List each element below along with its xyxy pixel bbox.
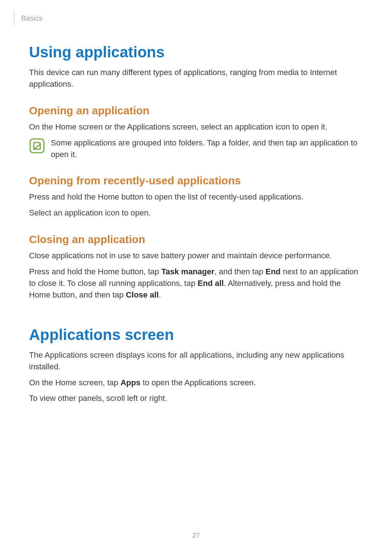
section2-p2-text-2: to open the Applications screen.: [140, 378, 256, 387]
section2-p2-bold-apps: Apps: [121, 378, 140, 387]
subsection-title-opening-from-recent: Opening from recently-used applications: [29, 175, 363, 187]
header-divider: [14, 11, 15, 25]
note-icon: [29, 138, 45, 156]
chapter-label: Basics: [21, 14, 42, 22]
section-title-applications-screen: Applications screen: [29, 326, 363, 344]
sub3-p2-bold-close-all: Close all: [126, 290, 159, 299]
section2-paragraph-3: To view other panels, scroll left or rig…: [29, 393, 363, 404]
sub3-paragraph-1: Close applications not in use to save ba…: [29, 250, 363, 262]
sub3-p2-bold-end-all: End all: [197, 279, 224, 288]
section2-paragraph-1: The Applications screen displays icons f…: [29, 349, 363, 373]
sub1-paragraph-1: On the Home screen or the Applications s…: [29, 121, 363, 133]
sub2-paragraph-2: Select an application icon to open.: [29, 207, 363, 219]
sub3-p2-text-2: , and then tap: [215, 267, 266, 276]
sub3-p2-bold-task-manager: Task manager: [161, 267, 214, 276]
section2-paragraph-2: On the Home screen, tap Apps to open the…: [29, 377, 363, 389]
svg-rect-0: [30, 139, 44, 153]
document-page: Basics Using applications This device ca…: [0, 0, 392, 554]
section-title-using-applications: Using applications: [29, 44, 363, 61]
section2-p2-text-1: On the Home screen, tap: [29, 378, 121, 387]
subsection-title-closing-an-application: Closing an application: [29, 233, 363, 246]
note-text: Some applications are grouped into folde…: [51, 137, 363, 160]
sub3-p2-text-1: Press and hold the Home button, tap: [29, 267, 161, 276]
sub2-paragraph-1: Press and hold the Home button to open t…: [29, 191, 363, 203]
sub3-p2-text-5: .: [159, 290, 161, 299]
sub3-paragraph-2: Press and hold the Home button, tap Task…: [29, 266, 363, 301]
note-block: Some applications are grouped into folde…: [29, 137, 363, 160]
page-header: Basics: [14, 11, 363, 25]
page-number: 27: [0, 532, 392, 539]
section1-intro-paragraph: This device can run many different types…: [29, 67, 363, 90]
sub3-p2-bold-end: End: [265, 267, 281, 276]
subsection-title-opening-an-application: Opening an application: [29, 104, 363, 117]
